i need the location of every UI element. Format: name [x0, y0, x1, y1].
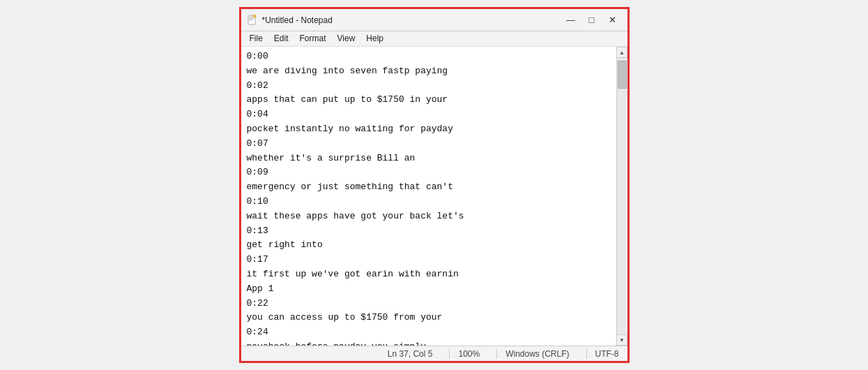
status-bar: Ln 37, Col 5 100% Windows (CRLF) UTF-8: [241, 346, 627, 361]
notepad-window: *Untitled - Notepad — □ ✕ File Edit Form…: [239, 7, 630, 363]
text-editor[interactable]: 0:00 we are diving into seven fastp payi…: [241, 47, 616, 346]
editor-area: 0:00 we are diving into seven fastp payi…: [241, 47, 627, 346]
zoom-level: 100%: [449, 349, 480, 359]
window-title: *Untitled - Notepad: [262, 15, 333, 25]
scrollbar[interactable]: ▲ ▼: [616, 47, 627, 346]
notepad-icon: [247, 15, 258, 26]
menu-file[interactable]: File: [244, 31, 268, 46]
close-button[interactable]: ✕: [604, 13, 622, 27]
scrollbar-track[interactable]: [617, 58, 627, 334]
line-ending: Windows (CRLF): [496, 349, 569, 359]
minimize-button[interactable]: —: [562, 13, 580, 27]
scroll-down-arrow[interactable]: ▼: [616, 334, 627, 346]
scroll-up-arrow[interactable]: ▲: [616, 47, 627, 58]
title-bar: *Untitled - Notepad — □ ✕: [241, 9, 627, 31]
encoding: UTF-8: [586, 349, 619, 359]
svg-rect-4: [253, 15, 256, 17]
cursor-position: Ln 37, Col 5: [379, 349, 433, 359]
menu-view[interactable]: View: [332, 31, 361, 46]
menu-bar: File Edit Format View Help: [241, 31, 627, 47]
svg-rect-3: [249, 20, 252, 20]
svg-rect-2: [249, 18, 254, 19]
menu-format[interactable]: Format: [294, 31, 332, 46]
menu-edit[interactable]: Edit: [268, 31, 294, 46]
menu-help[interactable]: Help: [360, 31, 389, 46]
title-bar-controls: — □ ✕: [562, 13, 622, 27]
maximize-button[interactable]: □: [583, 13, 601, 27]
title-bar-left: *Untitled - Notepad: [247, 15, 333, 26]
scrollbar-thumb[interactable]: [618, 61, 627, 89]
